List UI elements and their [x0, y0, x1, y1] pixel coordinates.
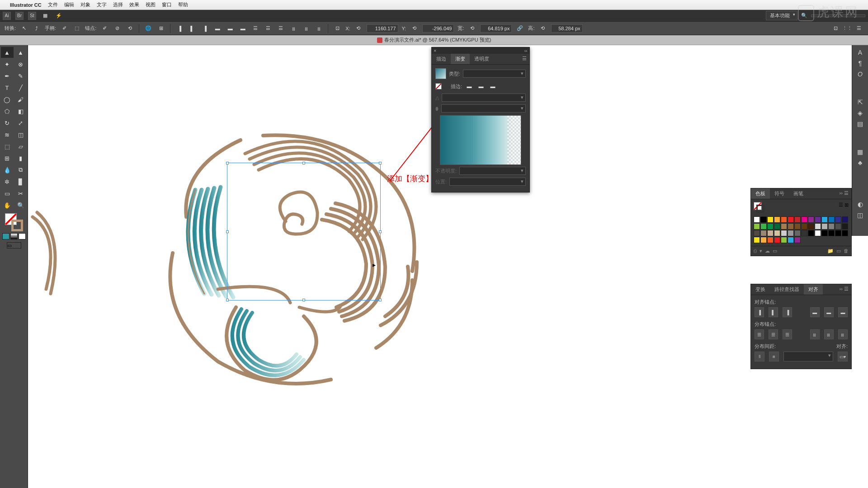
menu-icon[interactable]: ☰	[854, 24, 863, 33]
search-input[interactable]	[811, 14, 865, 17]
search-icon[interactable]: 🔍	[801, 13, 807, 19]
tab-symbols[interactable]: 符号	[770, 188, 789, 199]
export-icon[interactable]: ⇱	[858, 99, 863, 106]
swatch[interactable]	[815, 223, 821, 230]
swatch[interactable]	[781, 230, 787, 236]
swatch[interactable]	[788, 230, 794, 236]
swatch[interactable]	[821, 223, 828, 230]
stroke-opt2-icon[interactable]: ▬	[476, 82, 486, 91]
dist-bottom-btn[interactable]: ☰	[783, 329, 792, 339]
swatch[interactable]	[788, 223, 794, 230]
align-top-icon[interactable]: ▬	[213, 24, 222, 33]
dist-hspace-btn[interactable]: ≡	[769, 352, 779, 361]
pixel-icon[interactable]: ⊞	[156, 24, 165, 33]
tab-pathfinder[interactable]: 路径查找器	[770, 284, 804, 295]
fill-stroke[interactable]	[5, 213, 23, 231]
lasso-tool[interactable]: ⊗	[14, 59, 27, 70]
dist-hcenter-btn[interactable]: ⫼	[824, 329, 834, 339]
sw-lib-icon[interactable]: ⎙	[754, 248, 757, 254]
sw-new-icon[interactable]: ▭	[836, 248, 841, 254]
globe-icon[interactable]: 🌐	[144, 24, 153, 33]
swatch[interactable]	[794, 216, 801, 223]
tab-transparency[interactable]: 透明度	[470, 54, 494, 64]
swatch[interactable]	[801, 216, 807, 223]
home-icon[interactable]: Ai	[3, 12, 11, 20]
tab-stroke[interactable]: 描边	[432, 54, 451, 64]
libraries-icon[interactable]: ▤	[857, 120, 863, 127]
w-step-icon[interactable]: ⟲	[467, 24, 476, 33]
anchor-icon2[interactable]: ⊘	[113, 24, 122, 33]
type-tool[interactable]: T	[1, 82, 14, 93]
swatch[interactable]	[808, 216, 814, 223]
menu-help[interactable]: 帮助	[178, 1, 188, 8]
panel-menu-icon[interactable]: ☰	[519, 54, 529, 64]
swatch[interactable]	[754, 216, 760, 223]
pen-tool[interactable]: ✒	[1, 70, 14, 81]
dist-vspace-btn[interactable]: ⫴	[755, 352, 764, 361]
rotate-tool[interactable]: ↻	[1, 117, 14, 128]
swatch[interactable]	[801, 230, 807, 236]
document-tab[interactable]: 春分演示文件.ai* @ 567.64% (CMYK/GPU 预览)	[0, 35, 868, 45]
gradient-mode[interactable]	[10, 233, 18, 239]
swatch[interactable]	[767, 216, 774, 223]
brush-tool[interactable]: 🖌	[14, 94, 27, 105]
edit-icon[interactable]: ⊡	[831, 24, 840, 33]
menu-effect[interactable]: 效果	[129, 1, 139, 8]
free-transform-tool[interactable]: ◫	[14, 129, 27, 140]
bridge-icon[interactable]: Br	[15, 12, 24, 20]
menu-file[interactable]: 文件	[48, 1, 58, 8]
artboards-icon[interactable]: ♣	[858, 159, 862, 166]
swatch[interactable]	[754, 230, 760, 236]
swatch[interactable]	[815, 216, 821, 223]
dist-v2-icon[interactable]: ⫼	[302, 24, 311, 33]
gradient-ramp[interactable]	[440, 115, 521, 165]
location-input[interactable]	[449, 178, 526, 186]
symbol-tool[interactable]: ✲	[1, 176, 14, 187]
graphic-styles-icon[interactable]: ◫	[857, 211, 863, 219]
scale-tool[interactable]: ⤢	[14, 117, 27, 128]
selection-tool[interactable]: ▲	[1, 47, 14, 58]
gradient-stroke-none[interactable]	[435, 83, 442, 89]
blend-tool[interactable]: ⧉	[14, 164, 27, 175]
aspect-input[interactable]	[441, 104, 526, 113]
appearance-icon[interactable]: ◐	[858, 201, 863, 208]
panel-menu-icon[interactable]: ☰	[844, 286, 849, 291]
list-view-icon[interactable]: ☰	[839, 202, 843, 207]
swatch[interactable]	[801, 223, 807, 230]
ellipse-tool[interactable]: ◯	[1, 94, 14, 105]
swatch[interactable]	[781, 216, 787, 223]
dist-v-icon[interactable]: ⫼	[289, 24, 298, 33]
dist-top-btn[interactable]: ☰	[755, 329, 764, 339]
swatch[interactable]	[754, 237, 760, 243]
swatch[interactable]	[760, 237, 767, 243]
swatch[interactable]	[828, 230, 835, 236]
graph-tool[interactable]: ▊	[14, 176, 27, 187]
swatch[interactable]	[767, 237, 774, 243]
swatch[interactable]	[760, 223, 767, 230]
dist-h2-icon[interactable]: ☰	[264, 24, 273, 33]
arrange-icon[interactable]: ▦	[41, 11, 50, 20]
swatch[interactable]	[774, 216, 780, 223]
swatch[interactable]	[835, 230, 841, 236]
swatch[interactable]	[842, 216, 848, 223]
h-input[interactable]	[551, 24, 583, 33]
tab-brushes[interactable]: 画笔	[789, 188, 808, 199]
swatch[interactable]	[842, 230, 848, 236]
y-step-icon[interactable]: ⟲	[410, 24, 419, 33]
line-tool[interactable]: ╱	[14, 82, 27, 93]
opentype-icon[interactable]: O	[858, 70, 863, 78]
swatch[interactable]	[788, 216, 794, 223]
convert-icon2[interactable]: ⤴	[32, 24, 41, 33]
handle-icon2[interactable]: ⬚	[72, 24, 81, 33]
grid-view-icon[interactable]: ⊞	[844, 202, 849, 207]
swatch[interactable]	[808, 230, 814, 236]
swatch[interactable]	[774, 230, 780, 236]
close-icon[interactable]: ×	[434, 48, 436, 53]
gradient-preview[interactable]	[435, 68, 446, 79]
menu-select[interactable]: 选择	[113, 1, 123, 8]
align-to-btn[interactable]: ▭▾	[838, 352, 848, 361]
menu-object[interactable]: 对象	[80, 1, 90, 8]
align-mid-icon[interactable]: ▬	[226, 24, 235, 33]
spacing-input[interactable]	[783, 352, 833, 361]
y-input[interactable]	[422, 24, 454, 33]
